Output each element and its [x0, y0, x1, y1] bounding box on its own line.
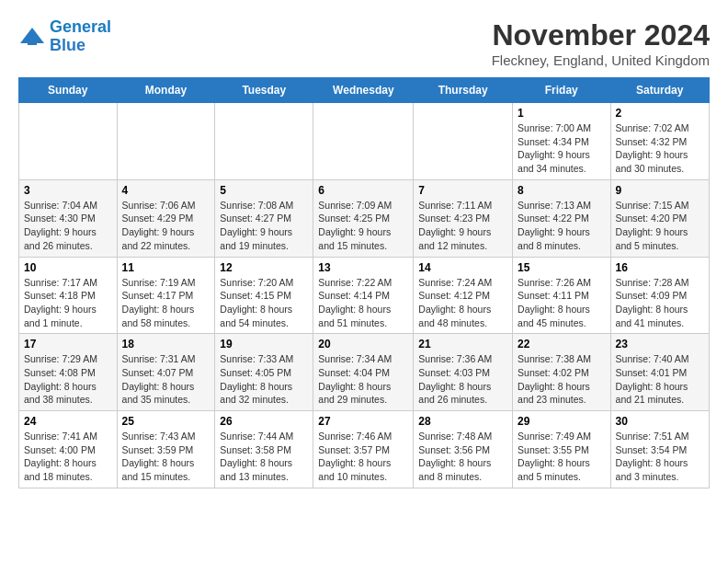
month-title: November 2024 [492, 18, 710, 52]
day-info: Sunrise: 7:04 AM Sunset: 4:30 PM Dayligh… [24, 199, 112, 253]
day-number: 1 [518, 107, 606, 120]
day-number: 17 [24, 338, 112, 350]
calendar-day-cell: 9Sunrise: 7:15 AM Sunset: 4:20 PM Daylig… [610, 179, 709, 257]
day-info: Sunrise: 7:38 AM Sunset: 4:02 PM Dayligh… [518, 352, 606, 407]
weekday-header: Sunday [19, 78, 118, 103]
day-number: 7 [418, 184, 507, 197]
location: Fleckney, England, United Kingdom [492, 52, 710, 68]
day-number: 3 [24, 184, 112, 197]
weekday-header: Tuesday [215, 78, 313, 103]
day-info: Sunrise: 7:43 AM Sunset: 3:59 PM Dayligh… [122, 430, 210, 484]
day-info: Sunrise: 7:09 AM Sunset: 4:25 PM Dayligh… [318, 199, 408, 253]
logo-text: General Blue [50, 18, 111, 55]
calendar-day-cell [414, 103, 513, 180]
day-info: Sunrise: 7:13 AM Sunset: 4:22 PM Dayligh… [518, 199, 606, 253]
day-info: Sunrise: 7:19 AM Sunset: 4:17 PM Dayligh… [122, 276, 210, 330]
calendar-week-row: 3Sunrise: 7:04 AM Sunset: 4:30 PM Daylig… [19, 179, 710, 257]
day-info: Sunrise: 7:51 AM Sunset: 3:54 PM Dayligh… [616, 430, 704, 484]
weekday-header: Saturday [610, 78, 709, 103]
calendar-day-cell: 6Sunrise: 7:09 AM Sunset: 4:25 PM Daylig… [313, 179, 414, 257]
calendar-day-cell: 13Sunrise: 7:22 AM Sunset: 4:14 PM Dayli… [313, 257, 414, 334]
calendar-week-row: 10Sunrise: 7:17 AM Sunset: 4:18 PM Dayli… [19, 257, 710, 334]
day-number: 8 [518, 184, 606, 197]
day-info: Sunrise: 7:24 AM Sunset: 4:12 PM Dayligh… [418, 276, 507, 330]
day-info: Sunrise: 7:48 AM Sunset: 3:56 PM Dayligh… [418, 430, 507, 484]
svg-rect-2 [28, 38, 37, 45]
day-number: 12 [220, 261, 308, 274]
calendar-day-cell: 11Sunrise: 7:19 AM Sunset: 4:17 PM Dayli… [117, 257, 215, 334]
day-number: 19 [220, 338, 308, 350]
calendar-day-cell: 25Sunrise: 7:43 AM Sunset: 3:59 PM Dayli… [117, 411, 215, 488]
weekday-header: Friday [513, 78, 611, 103]
day-number: 6 [318, 184, 408, 197]
weekday-header: Thursday [414, 78, 513, 103]
day-number: 24 [24, 415, 112, 428]
day-number: 4 [122, 184, 210, 197]
day-info: Sunrise: 7:36 AM Sunset: 4:03 PM Dayligh… [418, 352, 507, 407]
day-number: 15 [518, 261, 606, 274]
day-info: Sunrise: 7:34 AM Sunset: 4:04 PM Dayligh… [318, 352, 408, 407]
weekday-header: Wednesday [313, 78, 414, 103]
calendar-day-cell: 2Sunrise: 7:02 AM Sunset: 4:32 PM Daylig… [610, 103, 709, 180]
day-number: 20 [318, 338, 408, 350]
logo-line2: Blue [50, 36, 85, 54]
day-number: 5 [220, 184, 308, 197]
day-number: 16 [616, 261, 704, 274]
day-number: 9 [616, 184, 704, 197]
day-number: 18 [122, 338, 210, 350]
calendar-day-cell: 8Sunrise: 7:13 AM Sunset: 4:22 PM Daylig… [513, 179, 611, 257]
day-number: 21 [418, 338, 507, 350]
day-number: 29 [518, 415, 606, 428]
calendar-day-cell: 1Sunrise: 7:00 AM Sunset: 4:34 PM Daylig… [513, 103, 611, 180]
calendar-day-cell: 20Sunrise: 7:34 AM Sunset: 4:04 PM Dayli… [313, 334, 414, 411]
day-info: Sunrise: 7:15 AM Sunset: 4:20 PM Dayligh… [616, 199, 704, 253]
weekday-header: Monday [117, 78, 215, 103]
day-number: 28 [418, 415, 507, 428]
day-info: Sunrise: 7:17 AM Sunset: 4:18 PM Dayligh… [24, 276, 112, 330]
weekday-row: SundayMondayTuesdayWednesdayThursdayFrid… [19, 78, 710, 103]
day-info: Sunrise: 7:40 AM Sunset: 4:01 PM Dayligh… [616, 352, 704, 407]
calendar-day-cell [19, 103, 118, 180]
day-info: Sunrise: 7:33 AM Sunset: 4:05 PM Dayligh… [220, 352, 308, 407]
day-number: 13 [318, 261, 408, 274]
day-number: 2 [616, 107, 704, 120]
calendar-day-cell: 30Sunrise: 7:51 AM Sunset: 3:54 PM Dayli… [610, 411, 709, 488]
day-info: Sunrise: 7:26 AM Sunset: 4:11 PM Dayligh… [518, 276, 606, 330]
day-info: Sunrise: 7:28 AM Sunset: 4:09 PM Dayligh… [616, 276, 704, 330]
calendar-week-row: 24Sunrise: 7:41 AM Sunset: 4:00 PM Dayli… [19, 411, 710, 488]
title-area: November 2024 Fleckney, England, United … [492, 18, 710, 68]
day-info: Sunrise: 7:31 AM Sunset: 4:07 PM Dayligh… [122, 352, 210, 407]
day-info: Sunrise: 7:08 AM Sunset: 4:27 PM Dayligh… [220, 199, 308, 253]
day-info: Sunrise: 7:29 AM Sunset: 4:08 PM Dayligh… [24, 352, 112, 407]
calendar-body: 1Sunrise: 7:00 AM Sunset: 4:34 PM Daylig… [19, 103, 710, 488]
logo-line1: General [50, 17, 111, 36]
day-info: Sunrise: 7:44 AM Sunset: 3:58 PM Dayligh… [220, 430, 308, 484]
calendar-day-cell: 3Sunrise: 7:04 AM Sunset: 4:30 PM Daylig… [19, 179, 118, 257]
calendar-day-cell: 15Sunrise: 7:26 AM Sunset: 4:11 PM Dayli… [513, 257, 611, 334]
day-info: Sunrise: 7:20 AM Sunset: 4:15 PM Dayligh… [220, 276, 308, 330]
calendar-day-cell: 18Sunrise: 7:31 AM Sunset: 4:07 PM Dayli… [117, 334, 215, 411]
calendar-day-cell: 12Sunrise: 7:20 AM Sunset: 4:15 PM Dayli… [215, 257, 313, 334]
calendar-header: SundayMondayTuesdayWednesdayThursdayFrid… [19, 78, 710, 103]
day-number: 30 [616, 415, 704, 428]
calendar-day-cell: 14Sunrise: 7:24 AM Sunset: 4:12 PM Dayli… [414, 257, 513, 334]
calendar-day-cell: 29Sunrise: 7:49 AM Sunset: 3:55 PM Dayli… [513, 411, 611, 488]
calendar-day-cell: 17Sunrise: 7:29 AM Sunset: 4:08 PM Dayli… [19, 334, 118, 411]
calendar-day-cell: 26Sunrise: 7:44 AM Sunset: 3:58 PM Dayli… [215, 411, 313, 488]
calendar-day-cell: 28Sunrise: 7:48 AM Sunset: 3:56 PM Dayli… [414, 411, 513, 488]
day-info: Sunrise: 7:02 AM Sunset: 4:32 PM Dayligh… [616, 121, 704, 176]
calendar-day-cell: 21Sunrise: 7:36 AM Sunset: 4:03 PM Dayli… [414, 334, 513, 411]
calendar-day-cell: 16Sunrise: 7:28 AM Sunset: 4:09 PM Dayli… [610, 257, 709, 334]
day-number: 26 [220, 415, 308, 428]
logo: General Blue [18, 18, 111, 55]
calendar-day-cell [117, 103, 215, 180]
calendar-day-cell: 7Sunrise: 7:11 AM Sunset: 4:23 PM Daylig… [414, 179, 513, 257]
calendar-day-cell: 4Sunrise: 7:06 AM Sunset: 4:29 PM Daylig… [117, 179, 215, 257]
calendar-day-cell: 10Sunrise: 7:17 AM Sunset: 4:18 PM Dayli… [19, 257, 118, 334]
day-number: 23 [616, 338, 704, 350]
day-number: 14 [418, 261, 507, 274]
calendar-day-cell [215, 103, 313, 180]
day-number: 27 [318, 415, 408, 428]
day-info: Sunrise: 7:06 AM Sunset: 4:29 PM Dayligh… [122, 199, 210, 253]
day-info: Sunrise: 7:00 AM Sunset: 4:34 PM Dayligh… [518, 121, 606, 176]
